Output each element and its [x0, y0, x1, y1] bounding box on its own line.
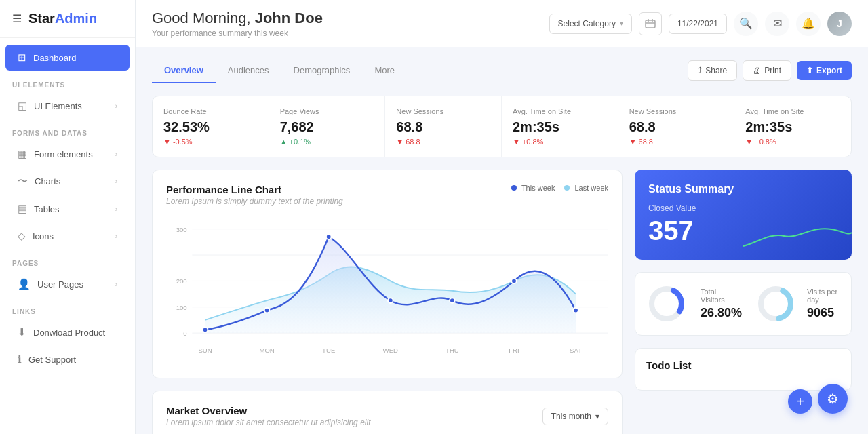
legend-last-week: Last week — [564, 184, 608, 192]
charts-icon: 〜 — [18, 175, 28, 188]
legend-dot-last-week — [564, 185, 570, 191]
sidebar-item-download[interactable]: ⬇ Donwload Product — [5, 319, 130, 345]
settings-fab[interactable]: ⚙ — [818, 384, 848, 414]
export-button[interactable]: ⬆ Export — [797, 61, 852, 80]
left-col: Performance Line Chart Lorem Ipsum is si… — [152, 170, 623, 434]
tab-demographics[interactable]: Demographics — [281, 58, 363, 83]
arrow-down-icon: ▼ — [163, 138, 171, 146]
subtitle-text: Your performance summary this week — [152, 28, 538, 38]
calendar-icon[interactable] — [639, 12, 662, 35]
legend-this-week: This week — [511, 184, 555, 192]
market-header: Market Overview Lorem ipsum dolor sit am… — [166, 405, 608, 427]
arrow-down-icon: ▼ — [745, 138, 753, 146]
print-button[interactable]: 🖨 Print — [743, 60, 791, 81]
stat-label: New Sessions — [629, 107, 724, 115]
sidebar-item-tables[interactable]: ▤ Tables › — [5, 196, 130, 222]
svg-text:SUN: SUN — [198, 347, 212, 354]
sidebar-item-dashboard[interactable]: ⊞ Dashboard — [5, 45, 130, 71]
chart-title: Performance Line Chart — [166, 184, 343, 195]
svg-text:MON: MON — [259, 347, 274, 354]
performance-chart-panel: Performance Line Chart Lorem Ipsum is si… — [152, 170, 623, 378]
greeting-section: Good Morning, John Doe Your performance … — [152, 9, 538, 38]
calendar-svg — [645, 18, 656, 29]
stat-avg-time-2: Avg. Time on Site 2m:35s ▼ +0.8% — [734, 96, 851, 157]
svg-text:TUE: TUE — [322, 347, 335, 354]
status-summary-title: Status Summary — [648, 183, 838, 195]
sidebar-item-support[interactable]: ℹ Get Support — [5, 347, 130, 372]
svg-text:THU: THU — [446, 347, 459, 354]
total-visitors-value: 26.80% — [701, 306, 742, 320]
svg-text:0: 0 — [183, 330, 186, 337]
stat-change: ▼ +0.8% — [745, 138, 840, 146]
hamburger-icon[interactable]: ☰ — [12, 12, 22, 25]
visits-per-day-section: Visits per day 9065 — [755, 283, 840, 324]
category-label: Select Category — [558, 19, 616, 28]
chart-subtitle: Lorem Ipsum is simply dummy text of the … — [166, 197, 343, 206]
search-button[interactable]: 🔍 — [734, 12, 758, 36]
stat-new-sessions-2: New Sessions 68.8 ▼ 68.8 — [618, 96, 735, 157]
chevron-right-icon: › — [115, 102, 117, 110]
category-select[interactable]: Select Category ▾ — [549, 14, 632, 34]
month-selector[interactable]: This month ▾ — [542, 408, 608, 425]
stat-change: ▼ -0.5% — [163, 138, 258, 146]
todo-title: Todo List — [646, 359, 840, 371]
stat-label: Bounce Rate — [163, 107, 258, 115]
section-forms: FORMS AND DATAS — [0, 120, 135, 140]
arrow-down-icon: ▼ — [396, 138, 403, 146]
brand-prefix: Star — [28, 11, 55, 26]
svg-point-20 — [203, 327, 208, 332]
sidebar-item-user-pages[interactable]: 👤 User Pages › — [5, 271, 130, 297]
sidebar-item-icons[interactable]: ◇ Icons › — [5, 223, 130, 249]
avatar[interactable]: J — [827, 12, 852, 36]
market-title: Market Overview — [166, 405, 370, 416]
support-icon: ℹ — [18, 353, 22, 366]
tab-overview[interactable]: Overview — [152, 58, 216, 83]
sidebar-nav: ⊞ Dashboard UI ELEMENTS ◱ UI Elements › … — [0, 38, 135, 434]
svg-point-24 — [450, 298, 455, 303]
content-area: Overview Audiences Demographics More ⤴ S… — [136, 47, 868, 434]
sidebar: ☰ StarAdmin ⊞ Dashboard UI ELEMENTS ◱ UI… — [0, 0, 136, 434]
total-visitors-info: Total Visitors 26.80% — [701, 288, 742, 320]
arrow-up-icon: ▲ — [280, 138, 288, 146]
donut-svg-visitors — [646, 283, 687, 324]
line-chart-svg: 300 200 100 0 SUN MON TUE WED THU FRI — [166, 213, 608, 362]
svg-point-21 — [264, 308, 270, 313]
sidebar-item-ui-elements[interactable]: ◱ UI Elements › — [5, 93, 130, 119]
sidebar-item-label: User Pages — [37, 279, 83, 290]
svg-point-23 — [388, 298, 393, 303]
sidebar-item-label: Icons — [33, 231, 54, 241]
ui-elements-icon: ◱ — [18, 100, 27, 112]
messages-button[interactable]: ✉ — [765, 12, 789, 36]
notifications-button[interactable]: 🔔 — [796, 12, 821, 36]
svg-rect-0 — [646, 20, 655, 28]
main-grid: Performance Line Chart Lorem Ipsum is si… — [152, 170, 852, 434]
sidebar-item-label: Dashboard — [33, 53, 77, 63]
visits-per-day-donut — [755, 283, 796, 324]
sidebar-item-label: Tables — [34, 204, 60, 214]
greeting-prefix: Good Morning, — [152, 9, 251, 26]
market-subtitle: Lorem ipsum dolor sit amet consectetur u… — [166, 418, 370, 427]
arrow-down-icon: ▼ — [629, 138, 637, 146]
total-visitors-label: Total Visitors — [701, 288, 742, 304]
tab-group: Overview Audiences Demographics More — [152, 58, 407, 83]
legend-dot-this-week — [511, 185, 517, 191]
sidebar-item-label: Charts — [35, 176, 60, 186]
stat-value: 32.53% — [163, 119, 258, 135]
sidebar-item-form-elements[interactable]: ▦ Form elements › — [5, 141, 130, 167]
export-icon: ⬆ — [806, 66, 813, 75]
chevron-right-icon: › — [115, 178, 117, 185]
form-icon: ▦ — [18, 148, 27, 160]
status-mini-chart-svg — [743, 212, 852, 260]
share-button[interactable]: ⤴ Share — [688, 60, 737, 81]
tab-audiences[interactable]: Audiences — [216, 58, 281, 83]
tab-more[interactable]: More — [362, 58, 407, 83]
stat-change: ▼ +0.8% — [513, 138, 607, 146]
stat-bounce-rate: Bounce Rate 32.53% ▼ -0.5% — [153, 96, 269, 157]
add-fab[interactable]: + — [788, 389, 812, 414]
stat-change: ▲ +0.1% — [280, 138, 374, 146]
svg-text:300: 300 — [176, 226, 187, 233]
topbar: Good Morning, John Doe Your performance … — [136, 0, 868, 47]
date-picker[interactable]: 11/22/2021 — [669, 14, 727, 34]
sidebar-item-charts[interactable]: 〜 Charts › — [5, 168, 130, 195]
stat-label: Avg. Time on Site — [513, 107, 607, 115]
